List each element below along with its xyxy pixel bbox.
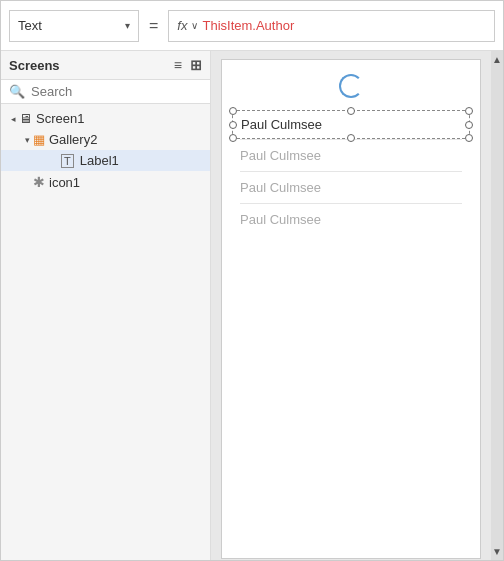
chevron-down-icon: ▾ [125,20,130,31]
handle-bl [229,134,237,142]
gallery-icon: ▦ [33,132,45,147]
tree-panel: ◂ 🖥 Screen1 ▾ ▦ Gallery2 T Label1 ✱ icon… [1,104,210,560]
equals-icon: = [145,17,162,35]
fx-chevron-icon: ∨ [191,20,198,31]
canvas-area: Paul Culmsee Paul Culmsee Paul Culmsee P… [211,51,503,560]
tree-item-icon1[interactable]: ✱ icon1 [1,171,210,193]
search-input[interactable] [31,84,202,99]
gallery-item-1-text: Paul Culmsee [240,148,321,163]
gallery-item-2: Paul Culmsee [232,172,470,203]
tree-item-screen1[interactable]: ◂ 🖥 Screen1 [1,108,210,129]
handle-br [465,134,473,142]
main-area: Screens ≡ ⊞ 🔍 ◂ 🖥 Screen1 ▾ ▦ Gallery2 [1,51,503,560]
top-bar: Text ▾ = fx ∨ ThisItem.Author [1,1,503,51]
active-label-text: Paul Culmsee [241,117,322,132]
gallery-area: Paul Culmsee Paul Culmsee Paul Culmsee P… [232,110,470,235]
handle-tm [347,107,355,115]
icon1-label: icon1 [49,175,80,190]
canvas-content: Paul Culmsee Paul Culmsee Paul Culmsee P… [221,59,481,559]
scroll-up-arrow[interactable]: ▲ [492,51,502,68]
icon-type-icon: ✱ [33,174,45,190]
search-bar: 🔍 [1,80,210,104]
gallery-item-3: Paul Culmsee [232,204,470,235]
selected-label-box[interactable]: Paul Culmsee [232,110,470,139]
canvas-refresh [222,60,480,106]
handle-mr [465,121,473,129]
type-dropdown-label: Text [18,18,42,33]
search-icon: 🔍 [9,84,25,99]
screen-icon: 🖥 [19,111,32,126]
tree-item-gallery2[interactable]: ▾ ▦ Gallery2 [1,129,210,150]
handle-tr [465,107,473,115]
tree-item-label1[interactable]: T Label1 [1,150,210,171]
gallery2-label: Gallery2 [49,132,97,147]
screen1-label: Screen1 [36,111,84,126]
expand-arrow-screen1: ◂ [7,114,19,124]
gallery-item-3-text: Paul Culmsee [240,212,321,227]
left-panel: Screens ≡ ⊞ 🔍 ◂ 🖥 Screen1 ▾ ▦ Gallery2 [1,51,211,560]
screens-title: Screens [9,58,60,73]
expand-arrow-gallery2: ▾ [21,135,33,145]
vertical-scrollbar[interactable]: ▲ ▼ [491,51,503,560]
fx-label: fx [177,18,187,33]
gallery-item-2-text: Paul Culmsee [240,180,321,195]
formula-bar[interactable]: fx ∨ ThisItem.Author [168,10,495,42]
handle-ml [229,121,237,129]
label-icon: T [61,154,74,168]
handle-bm [347,134,355,142]
screens-icons: ≡ ⊞ [174,57,202,73]
refresh-icon [339,74,363,98]
label1-label: Label1 [80,153,119,168]
type-dropdown[interactable]: Text ▾ [9,10,139,42]
gallery-item-1: Paul Culmsee [232,140,470,171]
handle-tl [229,107,237,115]
grid-view-icon[interactable]: ⊞ [190,57,202,73]
list-view-icon[interactable]: ≡ [174,57,182,73]
screens-header: Screens ≡ ⊞ [1,51,210,80]
scroll-down-arrow[interactable]: ▼ [492,543,502,560]
formula-text: ThisItem.Author [202,18,486,33]
